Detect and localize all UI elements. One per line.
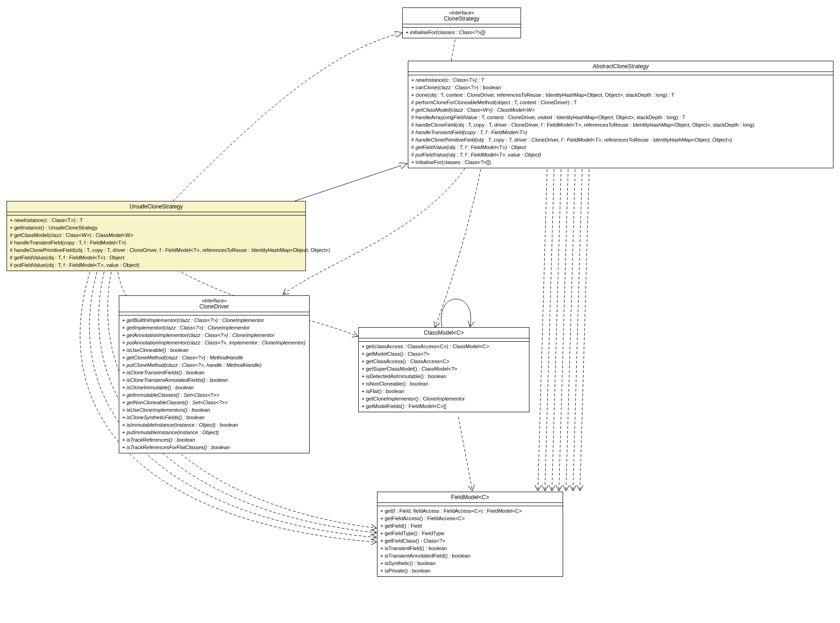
operation: + initialiseFor(classes : Class<?>[]): [411, 158, 831, 166]
operation: # putFieldValue(obj : T, f : FieldModel<…: [411, 151, 831, 158]
operation: + getClassAccess() : ClassAccess<C>: [362, 358, 527, 365]
class-attrs: [359, 338, 529, 342]
operation: + isImmutableInstance(instance : Object)…: [122, 421, 307, 429]
operation: + isUseCloneable() : boolean: [122, 346, 307, 354]
operation: + getCloneMethod(clazz : Class<?>) : Met…: [122, 354, 307, 361]
class-name: CloneDriver: [122, 303, 306, 310]
class-name: AbstractCloneStrategy: [411, 63, 830, 70]
operation: + getBuiltInImplementor(clazz : Class<?>…: [122, 316, 307, 324]
operation: + isUseCloneImplementors() : boolean: [122, 406, 307, 414]
operation: + getModelFields() : FieldModel<C>[]: [362, 402, 527, 410]
class-box-clonedriver[interactable]: «interface» CloneDriver + getBuiltInImpl…: [119, 295, 310, 453]
operation: + newInstance(c : Class<T>) : T: [10, 216, 304, 224]
operation: # handleClonePrimitiveField(obj : T, cop…: [411, 136, 831, 143]
operation: + getNonCloneableClasses() : Set<Class<?…: [122, 399, 307, 406]
class-name: FieldModel<C>: [380, 494, 560, 501]
class-box-clonestrategy[interactable]: «interface» CloneStrategy + initialiseFo…: [402, 7, 521, 38]
operation: # putFieldValue(obj : T, f : FieldModel<…: [10, 261, 304, 269]
operation: + isCloneTransientAnnotatedFields() : bo…: [122, 376, 307, 384]
operation: + getCloneImplementor() : CloneImplement…: [362, 395, 527, 402]
operation: + putAnnotationImplementor(clazz : Class…: [122, 339, 307, 346]
operation: + getAnnotationImplementor(clazz : Class…: [122, 331, 307, 339]
operation: + getInstance() : UnsafeCloneStrategy: [10, 224, 304, 231]
class-ops: + get(f : Field, fieldAccess : FieldAcce…: [377, 506, 563, 576]
class-box-classmodel[interactable]: ClassModel<C> + get(classAccess : ClassA…: [358, 327, 529, 412]
operation: + putImmutableInstance(instance : Object…: [122, 429, 307, 436]
operation: + canClone(clazz : Class<?>) : boolean: [411, 84, 831, 91]
class-title: FieldModel<C>: [377, 492, 563, 503]
operation: + get(f : Field, fieldAccess : FieldAcce…: [380, 507, 561, 515]
operation: + newInstance(c : Class<T>) : T: [411, 76, 831, 84]
operation: + clone(obj : T, context : CloneDriver, …: [411, 91, 831, 99]
operation: # handleClonePrimitiveField(obj : T, cop…: [10, 246, 304, 254]
operation: # handleTransientField(copy : T, f : Fie…: [10, 239, 304, 246]
operation: # getClassModel(clazz : Class<W>) : Clas…: [411, 106, 831, 114]
operation: + getImplementor(clazz : Class<?>) : Clo…: [122, 324, 307, 331]
operation: + isTransientField() : boolean: [380, 544, 561, 552]
operation: + isCloneImmutable() : boolean: [122, 384, 307, 391]
class-title: «interface» CloneStrategy: [403, 8, 521, 24]
operation: + isTrackReferencesForFlatClasses() : bo…: [122, 444, 307, 451]
class-ops: + getBuiltInImplementor(clazz : Class<?>…: [119, 315, 309, 453]
operation: + isPrivate() : boolean: [380, 567, 561, 574]
operation: + getFieldAccess() : FieldAccess<C>: [380, 515, 561, 522]
operation: + get(classAccess : ClassAccess<C>) : Cl…: [362, 343, 527, 350]
operation: + getModelClass() : Class<?>: [362, 350, 527, 358]
class-ops: + get(classAccess : ClassAccess<C>) : Cl…: [359, 342, 529, 412]
operation: # getClassModel(clazz : Class<W>) : Clas…: [10, 231, 304, 239]
class-ops: + initialiseFor(classes : Class<?>[]): [403, 28, 521, 38]
operation: + initialiseFor(classes : Class<?>[]): [406, 29, 519, 36]
class-name: CloneStrategy: [406, 15, 518, 22]
operation: + getImmutableClasses() : Set<Class<?>>: [122, 391, 307, 399]
class-name: ClassModel<C>: [362, 329, 526, 336]
class-name: UnsafeCloneStrategy: [10, 203, 303, 210]
operation: # handleCloneField(obj : T, copy : T, dr…: [411, 121, 831, 129]
class-box-abstractclonestrategy[interactable]: AbstractCloneStrategy + newInstance(c : …: [408, 61, 833, 168]
operation: + getFieldType() : FieldType: [380, 530, 561, 537]
operation: # getFieldValue(obj : T, f : FieldModel<…: [411, 143, 831, 151]
class-title: AbstractCloneStrategy: [408, 61, 833, 72]
operation: + putCloneMethod(clazz : Class<?>, handl…: [122, 361, 307, 369]
class-box-fieldmodel[interactable]: FieldModel<C> + get(f : Field, fieldAcce…: [377, 492, 563, 577]
class-attrs: [408, 72, 833, 75]
operation: # getFieldValue(obj : T, f : FieldModel<…: [10, 254, 304, 261]
class-attrs: [377, 503, 563, 506]
class-ops: + newInstance(c : Class<T>) : T + getIns…: [7, 215, 305, 271]
class-attrs: [403, 24, 521, 28]
operation: + getFieldClass() : Class<?>: [380, 537, 561, 544]
operation: # handleTransientField(copy : T, f : Fie…: [411, 129, 831, 136]
class-ops: + newInstance(c : Class<T>) : T + canClo…: [408, 75, 833, 168]
operation: + getSuperClassModel() : ClassModel<?>: [362, 365, 527, 372]
class-attrs: [119, 312, 309, 315]
class-title: UnsafeCloneStrategy: [7, 201, 305, 212]
operation: # handleArray(origFieldValue : T, contex…: [411, 114, 831, 121]
operation: + isCloneTransientFields() : boolean: [122, 369, 307, 376]
class-box-unsafeclonestrategy[interactable]: UnsafeCloneStrategy + newInstance(c : Cl…: [7, 201, 306, 271]
class-attrs: [7, 212, 305, 215]
operation: + isTransientAnnotatedField() : boolean: [380, 552, 561, 559]
class-title: ClassModel<C>: [359, 328, 529, 338]
operation: # performCloneForCloneableMethod(object …: [411, 99, 831, 106]
stereotype: «interface»: [122, 298, 306, 303]
operation: + getField() : Field: [380, 522, 561, 530]
operation: + isNonCloneable() : boolean: [362, 380, 527, 387]
uml-diagram-canvas: «interface» CloneStrategy + initialiseFo…: [0, 0, 840, 623]
operation: + isCloneSyntheticFields() : boolean: [122, 414, 307, 421]
operation: + isFlat() : boolean: [362, 387, 527, 395]
operation: + isSynthetic() : boolean: [380, 559, 561, 567]
class-title: «interface» CloneDriver: [119, 296, 309, 312]
operation: + isDetectedAsImmutable() : boolean: [362, 372, 527, 380]
operation: + isTrackReferences() : boolean: [122, 436, 307, 444]
stereotype: «interface»: [406, 10, 518, 15]
